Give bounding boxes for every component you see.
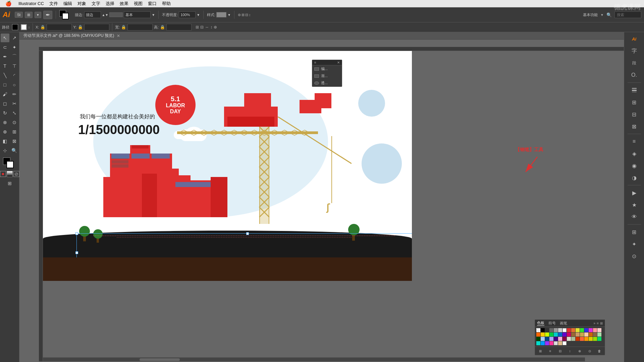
swatch-brown[interactable] (571, 333, 575, 337)
sel-handle-tl[interactable] (75, 232, 78, 235)
close-tab[interactable]: ✕ (117, 34, 120, 38)
swatch-cyan[interactable] (554, 333, 558, 337)
artboard-tool[interactable]: ⊞ (5, 179, 14, 188)
paintbrush-tool[interactable]: 🖌 (1, 90, 9, 99)
swatch-dyellow[interactable] (541, 333, 545, 337)
swatch-trash-btn[interactable]: 🗑 (596, 348, 603, 354)
swatch-dgreen[interactable] (549, 333, 553, 337)
mesh-tool[interactable]: ⊠ (10, 137, 19, 145)
magic-wand-tool[interactable]: ✦ (10, 43, 19, 52)
swatch-white[interactable] (562, 328, 567, 332)
swatch-lavender[interactable] (549, 337, 553, 341)
swatch-peach[interactable] (584, 333, 588, 337)
swatch-mint[interactable] (597, 337, 601, 341)
right-icon-4[interactable]: O. (629, 70, 640, 80)
edit-menu[interactable]: 编辑 (61, 1, 75, 7)
swatch-lpink[interactable] (597, 328, 601, 332)
right-icon-grid[interactable]: ⊞ (629, 227, 640, 237)
swatch-ivory[interactable] (567, 337, 571, 341)
scale-tool[interactable]: ⤡ (10, 109, 19, 117)
right-icon-star[interactable]: ★ (629, 199, 640, 210)
swatch-lime[interactable] (589, 337, 593, 341)
line-tool[interactable]: ╲ (1, 71, 9, 80)
scrollbar-horizontal[interactable] (39, 357, 585, 361)
sel-handle-tm[interactable] (246, 232, 249, 235)
swatch-coral[interactable] (580, 337, 584, 341)
swatch-crimson[interactable] (576, 337, 580, 341)
right-icon-artboard[interactable]: ⊞ (629, 97, 640, 108)
swatch-maroon[interactable] (562, 337, 567, 341)
stroke-style-input[interactable] (124, 11, 151, 18)
object-menu[interactable]: 对象 (75, 1, 89, 7)
swatch-link-btn[interactable]: ⊕ (576, 348, 583, 354)
right-icon-graphic-styles[interactable]: ◉ (629, 160, 640, 171)
app-name-menu[interactable]: Illustrator CC (16, 1, 47, 6)
right-icon-properties[interactable]: ≡ (629, 136, 640, 147)
panel-expand[interactable]: » (594, 321, 596, 325)
swatch-hotpink[interactable] (549, 341, 553, 345)
mini-panel-item-1[interactable]: 编... (312, 65, 342, 72)
color-tab-swatches[interactable]: 色板 (537, 320, 544, 326)
right-icon-eye[interactable]: 👁 (629, 212, 640, 222)
apple-menu[interactable]: 🍎 (3, 1, 14, 7)
right-icon-opacity[interactable]: ◑ (629, 172, 640, 183)
search-input[interactable] (614, 11, 641, 18)
swatch-view-btn[interactable]: ≡ (547, 348, 553, 354)
swatch-dpink[interactable] (567, 333, 571, 337)
color-tab-symbols[interactable]: 符号 (548, 321, 556, 326)
path-stroke[interactable] (21, 24, 27, 30)
right-icon-3[interactable]: 段 (629, 58, 640, 68)
lasso-tool[interactable]: ⊂ (1, 43, 9, 52)
h-input[interactable]: 52.872 px (166, 24, 192, 31)
file-menu[interactable]: 文件 (47, 1, 61, 7)
panel-grid[interactable]: ⊞ (600, 321, 603, 325)
w-input[interactable]: 595.028 p (127, 24, 153, 31)
rotate-tool[interactable]: ↻ (1, 109, 9, 117)
stroke-color[interactable] (6, 161, 14, 168)
window-menu[interactable]: 窗口 (145, 1, 159, 7)
color-box[interactable]: ■ (0, 171, 6, 177)
right-icon-play[interactable]: ▶ (629, 187, 640, 198)
swatch-add-btn[interactable]: ⊞ (537, 348, 544, 354)
opacity-input[interactable] (179, 11, 196, 18)
help-menu[interactable]: 帮助 (159, 1, 173, 7)
swatch-purple[interactable] (562, 333, 567, 337)
zoom-tool[interactable]: 🔍 (10, 146, 19, 155)
live-paint-tool[interactable]: ⊞ (10, 127, 19, 136)
swatch-navy[interactable] (545, 337, 549, 341)
swatch-pink[interactable] (593, 328, 597, 332)
arrangement-btn[interactable]: ⊞ (25, 12, 33, 18)
area-type-tool[interactable]: ⊤ (10, 62, 19, 70)
warp-tool[interactable]: ⊗ (1, 118, 9, 127)
swatch-tan[interactable] (576, 333, 580, 337)
pen-tool[interactable]: ✒ (1, 52, 9, 61)
gradient-tool[interactable]: ◧ (1, 137, 9, 145)
swatch-lgray[interactable] (554, 328, 558, 332)
swatch-burnt[interactable] (589, 333, 593, 337)
swatch-white2[interactable] (562, 341, 567, 345)
workspace[interactable]: 5.1 LABOR DAY 我们每一位都是构建社会美好的 1/150000000… (19, 40, 624, 361)
right-icon-1[interactable]: Ai (629, 34, 640, 44)
y-input[interactable]: 392.621 p (84, 24, 109, 31)
swatch-lilac[interactable] (558, 337, 562, 341)
canvas-area[interactable]: 劳动节演示文件.ai* @ 188.56% (CMYK/GPU 预览) ✕ 5.… (19, 32, 624, 362)
swatch-coffee[interactable] (593, 333, 597, 337)
direct-select-tool[interactable]: ↗ (10, 34, 19, 42)
curvature-tool[interactable]: ⌒ (10, 52, 19, 61)
arc-tool[interactable]: ◜ (10, 71, 19, 80)
workspace-label[interactable]: 基本功能 (583, 12, 598, 17)
swatch-red[interactable] (567, 328, 571, 332)
workspace-st-btn[interactable]: St (15, 12, 23, 18)
swatch-sort-btn[interactable]: ↕ (567, 348, 573, 354)
type-tool[interactable]: T (1, 62, 9, 70)
swatch-dpurple[interactable] (554, 337, 558, 341)
free-transform-tool[interactable]: ⊙ (10, 118, 19, 127)
blob-brush-tool[interactable]: ✏ (10, 90, 19, 99)
swatch-ylime[interactable] (593, 337, 597, 341)
scissors-tool[interactable]: ✂ (10, 99, 19, 108)
swatch-yellow[interactable] (576, 328, 580, 332)
swatch-silver[interactable] (554, 341, 558, 345)
swatch-lyellow[interactable] (545, 333, 549, 337)
select-tool[interactable]: ↖ (1, 34, 9, 42)
swatch-gold[interactable] (580, 333, 584, 337)
